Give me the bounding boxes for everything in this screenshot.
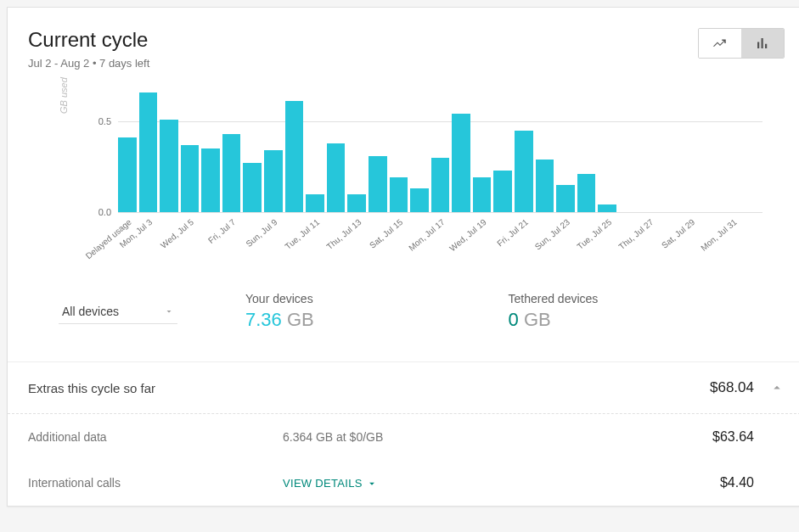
- intl-calls-action: VIEW DETAILS: [283, 476, 720, 490]
- y-axis-label: GB used: [59, 77, 69, 114]
- data-bar[interactable]: [139, 92, 158, 212]
- data-bar[interactable]: [327, 143, 346, 212]
- intl-calls-label: International calls: [28, 476, 283, 490]
- bar-chart: 0.00.5: [118, 85, 762, 212]
- x-tick: Wed, Jul 5: [181, 212, 200, 263]
- data-bar[interactable]: [431, 158, 450, 212]
- x-tick: Fri, Jul 7: [222, 212, 241, 263]
- additional-data-amount: $63.64: [712, 429, 785, 445]
- x-tick: Thu, Jul 13: [347, 212, 366, 263]
- data-bar[interactable]: [118, 137, 137, 212]
- data-bar[interactable]: [493, 171, 512, 212]
- x-tick: Fri, Jul 21: [515, 212, 533, 263]
- x-tick: Mon, Jul 17: [431, 212, 450, 263]
- data-bar[interactable]: [222, 134, 241, 212]
- x-tick: Thu, Jul 27: [639, 212, 658, 263]
- intl-calls-amount: $4.40: [720, 475, 785, 490]
- tethered-label: Tethered devices: [509, 292, 772, 305]
- additional-data-row: Additional data 6.364 GB at $0/GB $63.64: [8, 414, 799, 460]
- extras-label: Extras this cycle so far: [28, 381, 710, 395]
- stats-row: All devices Your devices 7.36 GB Tethere…: [8, 272, 799, 361]
- device-select-value: All devices: [62, 305, 119, 318]
- cycle-subtitle: Jul 2 - Aug 2 • 7 days left: [28, 57, 149, 70]
- device-filter: All devices: [59, 300, 245, 324]
- view-details-button[interactable]: VIEW DETAILS: [283, 477, 378, 490]
- data-bar[interactable]: [515, 131, 533, 212]
- bars-container: [118, 85, 762, 212]
- x-tick: Wed, Jul 19: [473, 212, 492, 263]
- card-header: Current cycle Jul 2 - Aug 2 • 7 days lef…: [8, 8, 799, 76]
- y-tick-label: 0.5: [98, 116, 118, 126]
- your-devices-label: Your devices: [245, 292, 509, 305]
- page-title: Current cycle: [28, 28, 149, 52]
- line-view-button[interactable]: [699, 29, 741, 58]
- data-bar[interactable]: [369, 156, 387, 212]
- bar-chart-icon: [755, 36, 770, 51]
- additional-data-detail: 6.364 GB at $0/GB: [283, 430, 712, 444]
- data-bar[interactable]: [201, 148, 220, 212]
- chevron-down-icon: [366, 478, 378, 490]
- x-axis-labels: Delayed usageMon, Jul 3Wed, Jul 5Fri, Ju…: [118, 212, 762, 263]
- data-bar[interactable]: [347, 194, 366, 212]
- your-devices-value: 7.36 GB: [245, 309, 509, 331]
- x-tick: Mon, Jul 3: [139, 212, 158, 263]
- chevron-up-icon: [769, 380, 785, 395]
- x-tick: Sun, Jul 9: [264, 212, 283, 263]
- extras-header-row[interactable]: Extras this cycle so far $68.04: [8, 362, 799, 414]
- x-tick: Sun, Jul 23: [556, 212, 575, 263]
- tethered-devices-stat: Tethered devices 0 GB: [509, 292, 772, 331]
- x-tick: Sat, Jul 29: [682, 212, 701, 263]
- data-bar[interactable]: [160, 120, 178, 212]
- international-calls-row: International calls VIEW DETAILS $4.40: [8, 460, 799, 506]
- data-bar[interactable]: [598, 204, 616, 212]
- data-bar[interactable]: [410, 188, 429, 212]
- data-bar[interactable]: [285, 101, 304, 212]
- line-chart-icon: [712, 36, 728, 51]
- extras-total: $68.04: [710, 379, 754, 396]
- additional-data-label: Additional data: [28, 430, 283, 444]
- data-bar[interactable]: [536, 160, 554, 212]
- view-toggle: [698, 28, 785, 59]
- data-bar[interactable]: [452, 114, 470, 212]
- dropdown-icon: [164, 306, 174, 316]
- bar-view-button[interactable]: [741, 29, 784, 58]
- data-bar[interactable]: [577, 174, 596, 212]
- x-tick: [744, 212, 762, 263]
- data-bar[interactable]: [264, 150, 283, 212]
- data-bar[interactable]: [556, 185, 575, 212]
- usage-card: Current cycle Jul 2 - Aug 2 • 7 days lef…: [7, 7, 799, 507]
- y-tick-label: 0.0: [98, 207, 118, 217]
- data-bar[interactable]: [473, 177, 492, 212]
- data-bar[interactable]: [243, 163, 262, 212]
- your-devices-stat: Your devices 7.36 GB: [245, 292, 509, 331]
- device-select[interactable]: All devices: [59, 300, 177, 324]
- x-tick: Tue, Jul 11: [306, 212, 324, 263]
- chart-area: GB used 0.00.5 Delayed usageMon, Jul 3We…: [8, 76, 799, 272]
- x-tick: Sat, Jul 15: [390, 212, 408, 263]
- x-tick: Mon, Jul 31: [723, 212, 742, 263]
- x-tick: Tue, Jul 25: [598, 212, 616, 263]
- data-bar[interactable]: [306, 194, 324, 212]
- data-bar[interactable]: [181, 145, 200, 212]
- tethered-value: 0 GB: [509, 309, 772, 331]
- data-bar[interactable]: [390, 177, 408, 212]
- title-block: Current cycle Jul 2 - Aug 2 • 7 days lef…: [28, 28, 149, 70]
